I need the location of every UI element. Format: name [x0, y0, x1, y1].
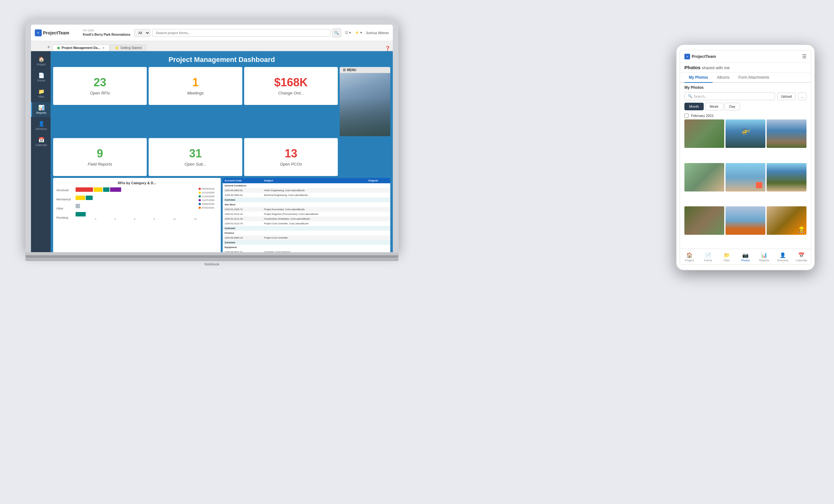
date-checkbox[interactable]	[684, 113, 688, 118]
files-icon: 📁	[38, 89, 45, 94]
tablet-search-box[interactable]: 🔍 Search...	[684, 92, 775, 100]
search-button[interactable]: 🔍	[332, 28, 341, 37]
dashboard-title: Project Management Dashboard	[51, 51, 393, 67]
topbar-right: ☑ ▾ ⚡ ▾ Joshua Witmer	[345, 31, 389, 35]
tablet-bezel: ≡ ProjectTeam ☰ Photos shared with me My…	[676, 44, 815, 271]
tab-getting-started[interactable]: ⭐ Getting Started	[110, 45, 147, 51]
sidebar-item-directory[interactable]: 👤 Directory	[31, 118, 51, 133]
cell-subject[interactable]: Project Cost Controller	[262, 235, 367, 240]
tablet-nav-photos[interactable]: 📷 Photos	[736, 251, 754, 263]
add-tab-button[interactable]: +	[45, 43, 52, 51]
chart-labels: Structural Mechanical Other Plumbing	[56, 187, 74, 221]
dashboard-cards-bottom-row: 9 Field Reports 31 Open Sub... 13 Open P…	[51, 138, 393, 178]
hamburger-menu-icon[interactable]: ☰	[802, 53, 807, 60]
sidebar-item-forms-label: Forms	[37, 79, 46, 82]
tablet-logo-icon: ≡	[684, 54, 690, 60]
tablet-nav-forms[interactable]: 📄 Forms	[699, 251, 717, 263]
photo-thumb-1[interactable]	[684, 119, 724, 148]
help-icon[interactable]: ❓	[382, 46, 393, 51]
photo-thumb-2[interactable]	[726, 119, 765, 148]
table-row[interactable]: 1234-01-0112-20 Construction Schedules, …	[223, 216, 390, 221]
tablet-nav-files[interactable]: 📁 Files	[717, 251, 736, 263]
cell-subject[interactable]: Electrical Engineering, Cost-Labor&Burdn	[262, 193, 367, 198]
legend-date-6: 07/02/2021	[202, 206, 215, 209]
legend-item-5: 03/04/2020	[199, 203, 218, 205]
photo-thumb-6[interactable]	[767, 163, 807, 191]
photo-thumb-8[interactable]	[726, 206, 765, 235]
tablet-nav-project[interactable]: 🏠 Project	[680, 251, 699, 263]
cell-subject[interactable]: Project Engineer (Procurement), Cost-Lab…	[262, 212, 367, 216]
laptop-screen: ≡ ProjectTeam CF-1234 Knott's Berry Park…	[31, 25, 393, 252]
cell-subject[interactable]: Project Accountant, Cost-Labor&Burdn	[262, 207, 367, 212]
nav-forms-label: Forms	[704, 259, 712, 262]
legend-date-4: 11/27/2020	[202, 199, 215, 202]
sidebar-item-reports[interactable]: 📊 Reports	[31, 102, 51, 117]
cell-subject[interactable]: HVAC Engineering, Cost-Labor&Burdn	[262, 188, 367, 193]
tablet-nav-calendar[interactable]: 📅 Calendar	[792, 251, 811, 263]
sidebar-item-forms[interactable]: 📄 Forms	[31, 70, 51, 85]
card-open-rfis[interactable]: 23 Open RFIs	[53, 67, 147, 105]
card-open-pcos-value: 13	[285, 148, 297, 159]
card-meetings[interactable]: 1 Meetings	[149, 67, 242, 105]
card-open-pcos[interactable]: 13 Open PCOs	[244, 138, 338, 176]
tab-close-icon[interactable]: ✕	[102, 46, 105, 50]
time-btn-week[interactable]: Week	[705, 103, 723, 110]
nav-project-label: Project	[685, 259, 694, 262]
table-row[interactable]: 1234-06-0600-10 Project Cost Controller	[223, 235, 390, 240]
tab-dashboard[interactable]: Project Management Da... ✕	[52, 45, 109, 51]
time-btn-month[interactable]: Month	[684, 103, 704, 110]
table-row[interactable]: 1234-01-0112-70 Project Cost Controller,…	[223, 221, 390, 226]
photo-thumb-4[interactable]	[684, 163, 724, 191]
photo-thumb-3[interactable]	[767, 119, 807, 148]
cell-subject[interactable]: Carpentry, Subcontractor	[262, 250, 367, 252]
table-row[interactable]: 1234-00-0083-92 Electrical Engineering, …	[223, 193, 390, 198]
time-btn-day[interactable]: Day	[725, 103, 740, 110]
search-filter-select[interactable]: All	[134, 29, 150, 37]
photos-title: Photos	[684, 65, 701, 70]
card-open-rfis-value: 23	[94, 77, 106, 88]
photo-thumb-5[interactable]	[726, 163, 765, 191]
card-change-orders[interactable]: $168K Change Ord...	[244, 67, 338, 105]
photo-thumb-9[interactable]	[767, 206, 807, 235]
upload-button[interactable]: Upload	[777, 93, 795, 100]
col-account-code: Account Code	[223, 178, 262, 183]
card-field-reports[interactable]: 9 Field Reports	[53, 138, 147, 176]
cell-subtotal: Subtotals	[223, 240, 390, 245]
search-input[interactable]	[152, 29, 330, 37]
sidebar-item-project[interactable]: 🏠 Project	[31, 54, 51, 69]
col-subject: Subject	[262, 178, 367, 183]
photos-section-header: Photos shared with me	[680, 63, 811, 73]
more-options-button[interactable]: ...	[798, 93, 807, 100]
tablet-nav-directory[interactable]: 👤 Directory	[774, 251, 792, 263]
settings-icon[interactable]: ⚡ ▾	[355, 31, 362, 35]
bar-mechanical	[75, 196, 197, 200]
table-row[interactable]: 1234-01-0105-71 Project Accountant, Cost…	[223, 207, 390, 212]
chart-legend: 09/15/2019 11/13/2020 11/20/2020	[199, 187, 218, 221]
sidebar-item-files[interactable]: 📁 Files	[31, 86, 51, 101]
photo-thumb-7[interactable]	[684, 206, 724, 235]
project-name[interactable]: Knott's Berry Park Renovations	[83, 32, 130, 37]
tab-form-attachments[interactable]: Form Attachments	[734, 73, 774, 83]
cell-subject[interactable]: Construction Schedules, Cost-Labor&Burdn	[262, 216, 367, 221]
section-label-equipment: Equipment	[223, 245, 390, 250]
card-change-orders-label: Change Ord...	[278, 91, 304, 95]
tab-my-photos[interactable]: My Photos	[684, 73, 712, 83]
table-row[interactable]: 1234-01-0112-10 Project Engineer (Procur…	[223, 212, 390, 216]
sidebar-item-calendar[interactable]: 📅 Calendar	[31, 134, 51, 149]
menu-bar[interactable]: ☰ MENU	[340, 67, 390, 73]
tablet-nav-reports[interactable]: 📊 Reports	[755, 251, 774, 263]
user-menu[interactable]: Joshua Witmer	[366, 31, 389, 35]
row-subtotal: Subtotals	[223, 198, 390, 202]
search-area: All 🔍	[134, 28, 341, 37]
cell-code: 1234-01-0112-20	[223, 216, 262, 221]
cell-subject[interactable]: Project Cost Controller, Cost-Labor&Burd…	[262, 221, 367, 226]
table-row[interactable]: 1234-00-0003-91 HVAC Engineering, Cost-L…	[223, 188, 390, 193]
notifications-icon[interactable]: ☑ ▾	[345, 31, 351, 35]
card-open-sub[interactable]: 31 Open Sub...	[149, 138, 242, 176]
cell-original	[366, 193, 390, 198]
nav-directory-icon: 👤	[780, 252, 786, 258]
dashboard-bottom: RFIs by Category & D... Structural Mecha…	[51, 178, 393, 252]
tab-albums[interactable]: Albums	[712, 73, 734, 83]
section-site-work: Site Work	[223, 202, 390, 207]
table-row[interactable]: 1234-09-0977-01 Carpentry, Subcontractor	[223, 250, 390, 252]
